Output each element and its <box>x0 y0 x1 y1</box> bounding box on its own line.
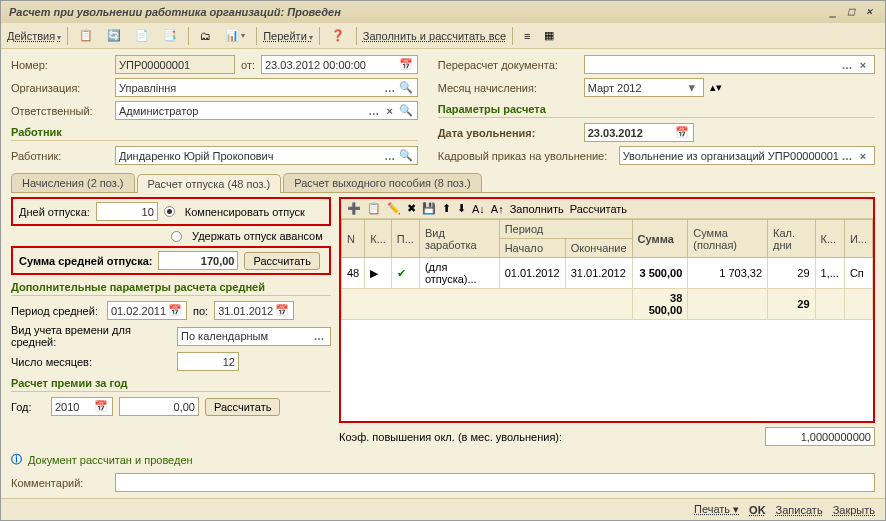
up-icon[interactable]: ⬆ <box>442 202 451 215</box>
edit-icon[interactable]: ✏️ <box>387 202 401 215</box>
toolbar-icon-7[interactable]: ≡ <box>519 27 535 45</box>
time-acc-label: Вид учета времени для средней: <box>11 324 171 348</box>
info-icon: ⓘ <box>11 452 22 467</box>
bonus-section: Расчет премии за год <box>11 377 331 392</box>
tabs: Начисления (2 поз.) Расчет отпуска (48 п… <box>11 173 875 193</box>
calc-link[interactable]: Рассчитать <box>570 203 627 215</box>
open-icon[interactable]: 🔍 <box>398 81 414 94</box>
grid-toolbar: ➕ 📋 ✏️ ✖ 💾 ⬆ ⬇ A↓ A↑ Заполнить Рассчитат… <box>341 199 873 219</box>
date-label: от: <box>241 59 255 71</box>
dropdown-icon[interactable]: ▾ <box>684 81 700 94</box>
select-icon[interactable]: … <box>311 330 327 342</box>
toolbar-icon-2[interactable]: 🔄 <box>102 26 126 45</box>
select-icon[interactable]: … <box>839 59 855 71</box>
period-to-field[interactable]: 31.01.2012 <box>218 305 274 317</box>
fill-link[interactable]: Заполнить <box>510 203 564 215</box>
coef-field[interactable]: 1,0000000000 <box>769 431 871 443</box>
toolbar-icon-4[interactable]: 📑 <box>158 26 182 45</box>
table-row[interactable]: 48 ▶ ✔ (для отпуска)... 01.01.2012 31.01… <box>342 258 873 289</box>
org-label: Организация: <box>11 82 109 94</box>
tab-accruals[interactable]: Начисления (2 поз.) <box>11 173 135 192</box>
calc-bonus-button[interactable]: Рассчитать <box>205 398 280 416</box>
down-icon[interactable]: ⬇ <box>457 202 466 215</box>
add-icon[interactable]: ➕ <box>347 202 361 215</box>
radio-compensate[interactable] <box>164 206 175 217</box>
avg-sum-label: Сумма средней отпуска: <box>19 255 152 267</box>
calendar-icon[interactable]: 📅 <box>93 400 109 413</box>
open-icon[interactable]: 🔍 <box>398 104 414 117</box>
avg-sum-field[interactable]: 170,00 <box>162 255 234 267</box>
worker-field[interactable]: Диндаренко Юрій Прокопович <box>119 150 382 162</box>
dismiss-date-field[interactable]: 23.03.2012 <box>588 127 674 139</box>
spin-up-icon[interactable]: ▴▾ <box>710 81 722 94</box>
maximize-icon[interactable]: □ <box>843 5 859 19</box>
period-avg-label: Период средней: <box>11 305 101 317</box>
months-label: Число месяцев: <box>11 356 171 368</box>
window-title: Расчет при увольнении работника организа… <box>9 6 823 18</box>
period-from-field[interactable]: 01.02.2011 <box>111 305 167 317</box>
goto-menu[interactable]: Перейти▾ <box>263 30 313 42</box>
vac-days-label: Дней отпуска: <box>19 206 90 218</box>
org-field[interactable]: Управління <box>119 82 382 94</box>
print-button[interactable]: Печать ▾ <box>694 503 739 516</box>
dismiss-date-label: Дата увольнения: <box>438 127 578 139</box>
calc-button[interactable]: Рассчитать <box>244 252 319 270</box>
clear-icon[interactable]: × <box>855 59 871 71</box>
close-icon[interactable]: × <box>861 5 877 19</box>
calendar-icon[interactable]: 📅 <box>274 304 290 317</box>
to-label: по: <box>193 305 208 317</box>
delete-icon[interactable]: ✖ <box>407 202 416 215</box>
resp-field[interactable]: Администратор <box>119 105 366 117</box>
status-text: Документ рассчитан и проведен <box>28 454 193 466</box>
toolbar-icon-6[interactable]: 📊▾ <box>220 26 250 45</box>
clear-icon[interactable]: × <box>855 150 871 162</box>
data-grid[interactable]: N К... П... Вид заработка Период Сумма С… <box>341 219 873 320</box>
worker-section: Работник <box>11 126 418 141</box>
number-field: УПР00000001 <box>119 59 231 71</box>
sort-za-icon[interactable]: A↑ <box>491 203 504 215</box>
vac-days-field[interactable]: 10 <box>100 206 154 218</box>
actions-menu[interactable]: Действия▾ <box>7 30 61 42</box>
number-label: Номер: <box>11 59 109 71</box>
month-field[interactable]: Март 2012 <box>588 82 684 94</box>
calendar-icon[interactable]: 📅 <box>167 304 183 317</box>
open-icon[interactable]: 🔍 <box>398 149 414 162</box>
order-field[interactable]: Увольнение из организаций УПР00000001 <box>623 150 839 162</box>
close-button[interactable]: Закрыть <box>833 504 875 516</box>
months-field[interactable]: 12 <box>181 356 235 368</box>
params-section: Параметры расчета <box>438 103 875 118</box>
copy-icon[interactable]: 📋 <box>367 202 381 215</box>
table-total-row: 38 500,00 29 <box>342 289 873 320</box>
worker-label: Работник: <box>11 150 109 162</box>
fill-calc-button[interactable]: Заполнить и рассчитать все <box>363 30 506 42</box>
toolbar-icon-8[interactable]: ▦ <box>539 26 559 45</box>
tab-vacation[interactable]: Расчет отпуска (48 поз.) <box>137 174 282 193</box>
help-icon[interactable]: ❓ <box>326 26 350 45</box>
main-toolbar: Действия▾ 📋 🔄 📄 📑 🗂 📊▾ Перейти▾ ❓ Заполн… <box>1 23 885 49</box>
toolbar-icon-3[interactable]: 📄 <box>130 26 154 45</box>
resp-label: Ответственный: <box>11 105 109 117</box>
minimize-icon[interactable]: _ <box>825 5 841 19</box>
save-icon[interactable]: 💾 <box>422 202 436 215</box>
select-icon[interactable]: … <box>382 150 398 162</box>
date-field[interactable]: 23.03.2012 00:00:00 <box>265 59 398 71</box>
year-field[interactable]: 2010 <box>55 401 93 413</box>
coef-label: Коэф. повышения окл. (в мес. увольнения)… <box>339 431 562 443</box>
time-acc-field[interactable]: По календарным <box>181 330 311 342</box>
calendar-icon[interactable]: 📅 <box>398 58 414 71</box>
toolbar-icon-1[interactable]: 📋 <box>74 26 98 45</box>
month-label: Месяц начисления: <box>438 82 578 94</box>
select-icon[interactable]: … <box>366 105 382 117</box>
bonus-sum-field[interactable]: 0,00 <box>123 401 195 413</box>
toolbar-icon-5[interactable]: 🗂 <box>195 27 216 45</box>
sort-az-icon[interactable]: A↓ <box>472 203 485 215</box>
calendar-icon[interactable]: 📅 <box>674 126 690 139</box>
radio-hold[interactable] <box>171 231 182 242</box>
ok-button[interactable]: OK <box>749 504 766 516</box>
save-button[interactable]: Записать <box>776 504 823 516</box>
comment-label: Комментарий: <box>11 477 109 489</box>
select-icon[interactable]: … <box>382 82 398 94</box>
select-icon[interactable]: … <box>839 150 855 162</box>
clear-icon[interactable]: × <box>382 105 398 117</box>
tab-severance[interactable]: Расчет выходного пособия (8 поз.) <box>283 173 481 192</box>
